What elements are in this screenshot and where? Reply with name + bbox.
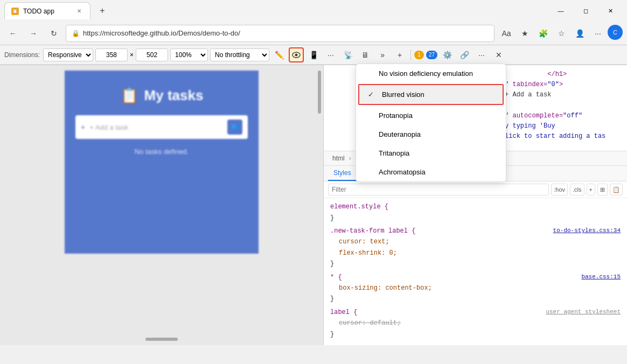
vision-label-deuteranopia: Deuteranopia: [379, 130, 497, 138]
overflow-button[interactable]: ···: [474, 47, 489, 62]
back-button[interactable]: ←: [4, 25, 22, 42]
refresh-button[interactable]: ↻: [45, 25, 62, 42]
lock-icon: 🔒: [72, 30, 80, 37]
minimize-button[interactable]: —: [548, 0, 573, 22]
css-rule-new-task-form: .new-task-form label { to-do-styles.css:…: [330, 226, 621, 270]
info-badge: 27: [426, 51, 437, 59]
chevron-right-button[interactable]: »: [375, 47, 390, 62]
css-prop-flex-shrink: flex-shrink: 0;: [339, 249, 397, 257]
separator: [410, 50, 411, 60]
vision-emulation-button[interactable]: [289, 47, 304, 62]
todo-header: 📋 My tasks: [120, 87, 204, 104]
read-aloud-button[interactable]: Aa: [498, 25, 515, 42]
vision-label-tritanopia: Tritanopia: [379, 149, 497, 157]
todo-app: 📋 My tasks + + Add a task 🔷 No tasks def…: [65, 71, 259, 254]
profile-button[interactable]: 👤: [571, 25, 588, 42]
css-link-user-agent: user agent stylesheet: [546, 307, 621, 317]
css-selector-new-task: .new-task-form label {: [330, 227, 415, 235]
close-button[interactable]: ✕: [598, 0, 623, 22]
css-close-brace2: }: [330, 260, 334, 268]
x-separator: ×: [130, 51, 134, 59]
zoom-select[interactable]: 100%: [170, 48, 208, 61]
address-actions: Aa ★ 🧩 ☆ 👤 ··· C: [498, 25, 623, 42]
customize-button[interactable]: 🔗: [457, 47, 472, 62]
browser-tab[interactable]: 📋 TODO app ✕: [4, 2, 90, 19]
css-rule-element-style: element.style { }: [330, 201, 621, 223]
css-link-base[interactable]: base.css:15: [581, 272, 621, 282]
add-task-icon: +: [81, 123, 85, 131]
vision-item-tritanopia[interactable]: Tritanopia: [356, 144, 506, 163]
title-bar: 📋 TODO app ✕ + — ◻ ✕: [0, 0, 627, 22]
browser-viewport: 📋 My tasks + + Add a task 🔷 No tasks def…: [0, 65, 323, 345]
height-input[interactable]: [136, 48, 168, 61]
broadcast-button[interactable]: 📡: [340, 47, 356, 62]
css-rule-label: label { user agent stylesheet cursor: de…: [330, 307, 621, 340]
collections-button[interactable]: ☆: [553, 25, 570, 42]
tab-favicon: 📋: [11, 8, 19, 15]
copy-style-button[interactable]: 📋: [610, 184, 623, 195]
horizontal-scrollbar[interactable]: [145, 338, 178, 341]
todo-app-title: My tasks: [144, 87, 204, 104]
new-tab-button[interactable]: +: [95, 3, 110, 18]
warning-badge: 1: [414, 51, 424, 59]
filter-input[interactable]: [328, 184, 549, 195]
css-selector: element.style {: [330, 203, 388, 211]
toggle-computed-button[interactable]: ⊞: [597, 184, 608, 195]
add-task-label: + Add a task: [89, 123, 223, 131]
vision-item-achromatopsia[interactable]: Achromatopsia: [356, 163, 506, 181]
favorites-button[interactable]: ★: [516, 25, 533, 42]
todo-submit-button[interactable]: 🔷: [227, 120, 242, 135]
more-tools-button[interactable]: ···: [323, 47, 338, 62]
more-button[interactable]: ···: [589, 25, 607, 42]
todo-app-icon: 📋: [120, 87, 139, 104]
todo-add-form[interactable]: + + Add a task 🔷: [75, 115, 248, 139]
css-link-todo-styles[interactable]: to-do-styles.css:34: [553, 226, 621, 236]
css-rule-star: * { base.css:15 box-sizing: content-box;…: [330, 272, 621, 305]
settings-button[interactable]: ⚙️: [440, 47, 455, 62]
address-input[interactable]: 🔒 https://microsoftedge.github.io/Demos/…: [66, 25, 494, 42]
maximize-button[interactable]: ◻: [573, 0, 598, 22]
check-blurred: ✓: [368, 90, 377, 99]
vertical-scrollbar[interactable]: [318, 71, 321, 114]
pen-icon-button[interactable]: ✏️: [271, 47, 287, 62]
vision-item-no-deficiency[interactable]: No vision deficiency emulation: [356, 64, 506, 83]
close-devtools-button[interactable]: ✕: [491, 47, 506, 62]
css-selector-label: label {: [330, 309, 357, 316]
responsive-select[interactable]: Responsive: [43, 48, 93, 61]
vision-item-blurred[interactable]: ✓ Blurred vision: [358, 84, 504, 105]
hov-button[interactable]: :hov: [551, 184, 568, 195]
css-rules: element.style { } .new-task-form label {…: [324, 198, 627, 345]
main-content: 📋 My tasks + + Add a task 🔷 No tasks def…: [0, 65, 627, 345]
add-devtools-button[interactable]: +: [392, 47, 407, 62]
vision-label-protanopia: Protanopia: [379, 111, 497, 120]
filter-bar: :hov .cls + ⊞ 📋: [324, 181, 627, 198]
css-close-brace3: }: [330, 295, 334, 303]
css-selector-star: * {: [330, 274, 342, 281]
extensions-button[interactable]: 🧩: [534, 25, 552, 42]
breadcrumb-html[interactable]: html: [329, 153, 348, 163]
css-prop-cursor-default: cursor: default;: [339, 319, 401, 327]
vision-dropdown: No vision deficiency emulation ✓ Blurred…: [356, 64, 506, 182]
vision-item-deuteranopia[interactable]: Deuteranopia: [356, 125, 506, 144]
copilot-button[interactable]: C: [608, 25, 623, 40]
forward-button[interactable]: →: [25, 25, 42, 42]
address-text: https://microsoftedge.github.io/Demos/de…: [83, 29, 240, 37]
vision-label-blurred: Blurred vision: [382, 90, 494, 99]
device-emulation-button[interactable]: 📱: [306, 47, 321, 62]
vision-label-no-deficiency: No vision deficiency emulation: [379, 69, 497, 78]
address-bar: ← → ↻ 🔒 https://microsoftedge.github.io/…: [0, 22, 627, 45]
css-close-brace: }: [330, 214, 334, 222]
dimensions-label: Dimensions:: [4, 51, 40, 59]
cast-button[interactable]: 🖥: [358, 47, 373, 62]
throttle-select[interactable]: No throttling: [210, 48, 269, 61]
bc-sep1: ›: [349, 155, 351, 162]
devtools-toolbar: Dimensions: Responsive × 100% No throttl…: [0, 45, 627, 65]
vision-item-protanopia[interactable]: Protanopia: [356, 106, 506, 125]
cls-button[interactable]: .cls: [570, 184, 584, 195]
width-input[interactable]: [95, 48, 128, 61]
css-prop-box-sizing: box-sizing: content-box;: [339, 284, 432, 292]
tab-styles[interactable]: Styles: [328, 166, 357, 181]
tab-close-button[interactable]: ✕: [75, 7, 83, 16]
viewport-inner: 📋 My tasks + + Add a task 🔷 No tasks def…: [0, 65, 323, 345]
add-style-button[interactable]: +: [587, 184, 595, 195]
